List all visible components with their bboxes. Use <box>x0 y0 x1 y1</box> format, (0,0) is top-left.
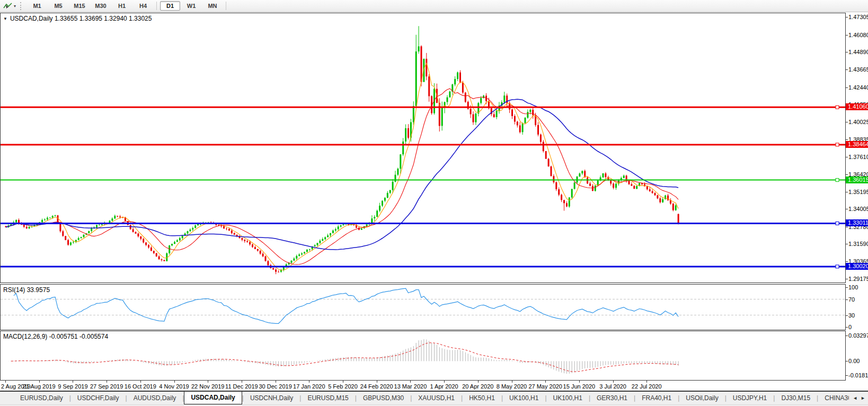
date-axis-label: 27 Sep 2019 <box>90 383 123 390</box>
macd-chart[interactable] <box>1 331 845 380</box>
timeframe-toolbar: ▾ M1M5M15M30H1H4D1W1MN <box>0 0 868 12</box>
tab-hk50-h1[interactable]: HK50,H1 <box>463 392 501 404</box>
date-axis-label: 11 Dec 2019 <box>225 383 258 390</box>
price-chart[interactable] <box>1 13 845 283</box>
price-axis-tick <box>846 192 848 192</box>
macd-panel[interactable]: MACD(12,26,9) -0.005751 -0.005574 <box>0 331 846 381</box>
price-axis-label: 1.43665 <box>848 66 868 73</box>
macd-label: MACD(12,26,9) -0.005751 -0.005574 <box>3 333 108 340</box>
price-chart-panel[interactable]: ▼ USDCAD,Daily 1.33655 1.33695 1.32940 1… <box>0 13 846 283</box>
tab-usdchf-daily[interactable]: USDCHF,Daily <box>71 392 126 404</box>
tab-usdcnh-daily[interactable]: USDCNH,Daily <box>244 392 299 404</box>
price-axis-label: 1.29175 <box>848 276 868 282</box>
price-axis-label: 1.34005 <box>848 206 868 212</box>
tab-usoil-daily[interactable]: USOil,Daily <box>679 392 724 404</box>
hline-handle-1.36015 <box>836 179 839 182</box>
tab-usdcad-daily[interactable]: USDCAD,Daily <box>184 391 242 404</box>
timeframe-button-m30[interactable]: M30 <box>91 1 111 11</box>
toolbar-grip[interactable] <box>20 2 23 10</box>
timeframe-button-m15[interactable]: M15 <box>69 1 90 11</box>
price-axis-label: 1.42440 <box>848 84 868 91</box>
hline-handle-1.41060 <box>836 105 839 109</box>
date-axis-tick <box>613 381 614 383</box>
tab-uk100-h1[interactable]: UK100,H1 <box>503 392 545 404</box>
rsi-axis-tick <box>846 287 848 288</box>
tab-gbpusd-m30[interactable]: GBPUSD,M30 <box>357 392 410 404</box>
tab-uk100-h1-2[interactable]: UK100,H1 <box>547 392 589 404</box>
price-axis: 1.473051.460801.448901.436651.424401.412… <box>846 13 868 381</box>
price-axis-tick <box>846 69 848 70</box>
price-axis-label: 1.47305 <box>848 14 868 20</box>
macd-axis-label: 0.032972 <box>848 332 868 339</box>
rsi-panel[interactable]: RSI(14) 33.9575 <box>0 284 846 330</box>
hline-handle-1.38464 <box>836 143 839 146</box>
price-axis-tick <box>846 174 848 175</box>
tab-ger30-h1[interactable]: GER30,H1 <box>590 392 634 404</box>
tab-audusd-daily[interactable]: AUDUSD,Daily <box>127 392 183 404</box>
crosshair-tool-button[interactable]: ▾ <box>0 1 18 11</box>
tab-usdjpy-h1[interactable]: USDJPY,H1 <box>727 392 773 404</box>
scroll-tabs-right-icon[interactable]: ► <box>861 395 865 401</box>
moving-average-lines <box>6 63 678 270</box>
horizontal-lines[interactable] <box>1 105 845 268</box>
macd-axis-tick <box>846 336 848 336</box>
date-axis-label: 20 Apr 2020 <box>462 383 493 390</box>
price-line-badge: 1.41060 <box>846 103 868 110</box>
rsi-chart[interactable] <box>1 285 845 330</box>
date-axis-tick <box>140 381 141 383</box>
price-axis-tick <box>846 52 848 52</box>
date-axis-tick <box>174 381 175 383</box>
rsi-axis-tick <box>846 315 848 316</box>
tab-xauusd-h1[interactable]: XAUUSD,H1 <box>412 392 461 404</box>
rsi-axis-label: 100 <box>848 284 858 290</box>
price-axis-tick <box>846 244 848 244</box>
price-axis-tick <box>846 87 848 88</box>
macd-axis-label: -0.018154 <box>848 372 868 378</box>
scroll-tabs-left-icon[interactable]: ◄ <box>853 395 857 401</box>
tab-eurusd-m15[interactable]: EURUSD,M15 <box>301 392 355 404</box>
macd-axis-tick <box>846 361 848 361</box>
timeframe-button-h4[interactable]: H4 <box>133 1 153 11</box>
ma-42-line <box>6 99 678 250</box>
crosshair-tool-icon <box>3 2 13 10</box>
timeframe-button-m5[interactable]: M5 <box>48 1 68 11</box>
timeframe-button-h1[interactable]: H1 <box>112 1 132 11</box>
date-axis: 2 Aug 201921 Aug 20199 Sep 201927 Sep 20… <box>0 381 846 391</box>
date-axis-label: 9 Sep 2019 <box>58 383 87 390</box>
date-axis-tick <box>478 381 479 383</box>
price-axis-label: 1.46080 <box>848 32 868 38</box>
date-axis-label: 3 Jul 2020 <box>599 383 626 390</box>
macd-histogram <box>8 339 678 374</box>
price-axis-tick <box>846 157 848 157</box>
timeframe-button-d1[interactable]: D1 <box>160 1 180 11</box>
date-axis-tick <box>276 381 276 383</box>
date-axis-label: 27 May 2020 <box>528 383 562 390</box>
rsi-axis-label: 0 <box>848 324 852 330</box>
ma-14-line <box>6 89 678 264</box>
tab-dj30-m15[interactable]: DJ30,M15 <box>775 392 817 404</box>
date-axis-tick <box>545 381 546 383</box>
price-axis-label: 1.37610 <box>848 154 868 160</box>
price-axis-tick <box>846 261 848 262</box>
rsi-axis-tick <box>846 299 848 300</box>
date-axis-label: 30 Dec 2019 <box>259 383 291 390</box>
date-axis-label: 17 Jan 2020 <box>293 383 325 390</box>
timeframe-button-w1[interactable]: W1 <box>181 1 201 11</box>
dropdown-caret-icon[interactable]: ▾ <box>14 4 16 8</box>
date-axis-tick <box>444 381 445 383</box>
collapse-icon[interactable]: ▼ <box>3 16 7 21</box>
date-axis-label: 21 Aug 2019 <box>23 383 56 390</box>
price-axis-tick <box>846 279 848 279</box>
chart-tab-bar: EURUSD,Daily|USDCHF,Daily|AUDUSD,Daily|U… <box>0 391 868 404</box>
date-axis-label: 16 Oct 2019 <box>125 383 156 390</box>
timeframe-button-mn[interactable]: MN <box>202 1 223 11</box>
macd-axis-tick <box>846 375 848 376</box>
tab-fra40-h1[interactable]: FRA40,H1 <box>635 392 678 404</box>
date-axis-label: 5 Feb 2020 <box>328 383 358 390</box>
tab-eurusd-daily[interactable]: EURUSD,Daily <box>14 392 69 404</box>
price-line-badge: 1.30020 <box>846 263 868 270</box>
price-axis-label: 1.31590 <box>848 241 868 247</box>
timeframe-button-m1[interactable]: M1 <box>27 1 47 11</box>
date-axis-tick <box>107 381 107 383</box>
price-axis-tick <box>846 139 848 140</box>
